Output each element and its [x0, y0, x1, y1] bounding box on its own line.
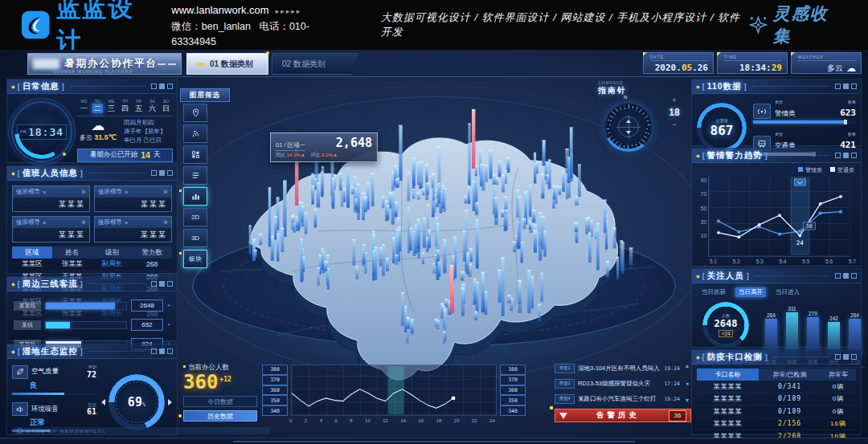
- x-tick: 0: [289, 418, 292, 423]
- block-view-button[interactable]: 板块: [183, 250, 207, 268]
- table-row[interactable]: 某某某某0/1890辆: [697, 393, 856, 406]
- clock-meridiem: PM: [20, 129, 27, 134]
- column-header[interactable]: 区域: [12, 246, 52, 259]
- expand-icon: [851, 273, 857, 279]
- alert-item[interactable]: 类型1湿地3-104片区有不明人员闯入19:24: [555, 363, 691, 373]
- expand-icon: [167, 281, 173, 287]
- close-icon[interactable]: ⊗: [81, 219, 86, 226]
- scroll-up-icon[interactable]: ▲: [685, 363, 690, 369]
- scroll-down-icon[interactable]: ▼: [685, 397, 690, 403]
- tab-data-category-2[interactable]: 02 数据类别: [272, 53, 358, 75]
- weekday-cn[interactable]: 一: [79, 104, 89, 113]
- column-header[interactable]: 卡口名称: [697, 369, 759, 381]
- panel-window-controls[interactable]: [151, 281, 173, 287]
- minimize-icon: [151, 84, 157, 89]
- gauge-left-arrow[interactable]: [101, 399, 105, 405]
- panel-window-controls[interactable]: [835, 153, 857, 158]
- x-tick: 5.4: [779, 259, 786, 264]
- site-header: 蓝蓝设计 www.lanlanwork.com▸▸▸▸▸ 微信：ben_lanl…: [0, 0, 868, 50]
- flow-line-label: 某某线: [14, 301, 41, 311]
- table-row[interactable]: 某某区张某某副局长268: [12, 259, 172, 271]
- compass-north: N: [624, 95, 627, 100]
- radar-layer-button[interactable]: [183, 124, 207, 143]
- history-data-button[interactable]: 历史数据: [183, 410, 257, 422]
- focus-tab-caught[interactable]: 当日抓获: [698, 287, 729, 297]
- panel-title: 防疫卡口检测: [707, 352, 763, 363]
- expand-icon: [851, 153, 857, 158]
- panel-window-controls[interactable]: [835, 273, 857, 279]
- trend-x-axis: 5.15.25.35.45.55.65.7: [692, 257, 861, 264]
- map-pin-layer-button[interactable]: [183, 104, 207, 122]
- weekday-cn[interactable]: 六: [147, 104, 158, 113]
- 3d-view-button[interactable]: 3D: [183, 229, 207, 247]
- column-header[interactable]: 姓名: [52, 246, 92, 259]
- column-header[interactable]: 异常车: [821, 369, 856, 381]
- weekday-cn[interactable]: 五: [133, 104, 144, 113]
- lunar-calendar: 闰四月初四庚子年【鼠年】辛巳月 己巳日: [124, 119, 173, 145]
- trend-line-chart[interactable]: 3024: [708, 176, 850, 257]
- panel-alarm-trend: ◆[警情警力趋势] 警情类 交通类 9070503010 3024 5.15.2…: [691, 148, 862, 267]
- table-row[interactable]: 某某某某0/3410辆: [697, 381, 856, 393]
- bottom-chart-plot[interactable]: [291, 365, 497, 416]
- column-header[interactable]: 警力数: [132, 246, 172, 259]
- today-data-button[interactable]: 今日数据: [183, 396, 257, 407]
- alert-text: RD13-53烟感报警疑似火灾: [578, 380, 661, 388]
- weekday-row-cn[interactable]: 一二三四五六日: [77, 104, 173, 113]
- panel-window-controls[interactable]: [835, 84, 857, 89]
- close-icon[interactable]: ⊗: [163, 219, 168, 226]
- zoom-out-button[interactable]: −: [667, 120, 682, 128]
- 2d-view-button[interactable]: 2D: [183, 208, 207, 226]
- panel-window-controls[interactable]: [151, 348, 173, 354]
- alert-history-bar[interactable]: 告警历史 36: [555, 409, 691, 422]
- column-header[interactable]: 异常/已检测: [759, 369, 821, 381]
- list-layer-button[interactable]: [183, 166, 207, 185]
- alert-item[interactable]: 类型4某路口有小汽车连闯三个红灯19:24: [555, 393, 691, 404]
- clock-dot: [63, 153, 66, 156]
- zoom-in-button[interactable]: +: [667, 96, 682, 104]
- weekday-cn[interactable]: 四: [120, 104, 130, 113]
- column-header[interactable]: 级别: [92, 246, 133, 259]
- alert-history-label: 告警历史: [567, 410, 669, 421]
- duty-name: 某某某: [95, 228, 171, 242]
- temperature: 31.5℃: [94, 133, 117, 141]
- office-counter: 当前办公人数 360+12 今日数据 历史数据: [183, 363, 257, 422]
- x-tick: 5.5: [802, 259, 809, 264]
- arrows-decor: ▸▸▸▸▸: [276, 7, 302, 15]
- focus-tab-entered[interactable]: 当日进入: [772, 287, 803, 297]
- chart-layer-button[interactable]: [183, 187, 207, 206]
- warning-icon: [559, 413, 567, 419]
- x-tick: 12: [383, 418, 388, 423]
- air-status: 良: [30, 381, 96, 391]
- checkpoint-layer-button[interactable]: [183, 145, 207, 164]
- panel-title: 值班人员信息: [23, 168, 78, 179]
- checkpoint-table-header[interactable]: 卡口名称异常/已检测异常车: [697, 369, 856, 381]
- tab-data-category-1[interactable]: 01 数据类别: [186, 53, 268, 75]
- duty-table-header[interactable]: 区域姓名级别警力数: [12, 246, 172, 259]
- gauge-right-arrow[interactable]: [168, 399, 172, 405]
- chevron-icon: »: [125, 219, 128, 226]
- weekday-cn[interactable]: 三: [106, 104, 117, 113]
- compass-dial[interactable]: [603, 101, 654, 153]
- close-icon[interactable]: ⊗: [81, 189, 86, 195]
- flow-row: 某某线2648+: [14, 299, 170, 312]
- alarm-type: 类型警情类: [775, 100, 796, 119]
- weekday-cn[interactable]: 二: [92, 104, 103, 113]
- bar-value: 279: [809, 311, 817, 316]
- panel-window-controls[interactable]: [151, 170, 173, 176]
- close-icon[interactable]: ⊗: [163, 189, 168, 195]
- site-url[interactable]: www.lanlanwork.com: [171, 4, 268, 16]
- trend-legend[interactable]: 警情类 交通类: [692, 163, 861, 174]
- alert-item[interactable]: 类型2RD13-53烟感报警疑似火灾17:24: [555, 378, 691, 389]
- date-plate: DATE 2020.05.26: [643, 52, 714, 74]
- panel-title: 警情警力趋势: [707, 150, 763, 161]
- panel-window-controls[interactable]: [151, 84, 173, 89]
- table-row[interactable]: 某某某某2/15616辆: [697, 418, 856, 431]
- collect-label: 灵感收集: [773, 2, 844, 47]
- minimize-icon: [835, 354, 841, 360]
- focus-tab-left[interactable]: 当日离开: [735, 287, 766, 297]
- table-row[interactable]: 某某某某0/1890辆: [697, 405, 856, 418]
- duty-name: 某某某: [95, 198, 171, 211]
- panel-window-controls[interactable]: [835, 354, 857, 360]
- y-tick: 70: [697, 191, 706, 197]
- weekday-cn[interactable]: 日: [161, 104, 171, 113]
